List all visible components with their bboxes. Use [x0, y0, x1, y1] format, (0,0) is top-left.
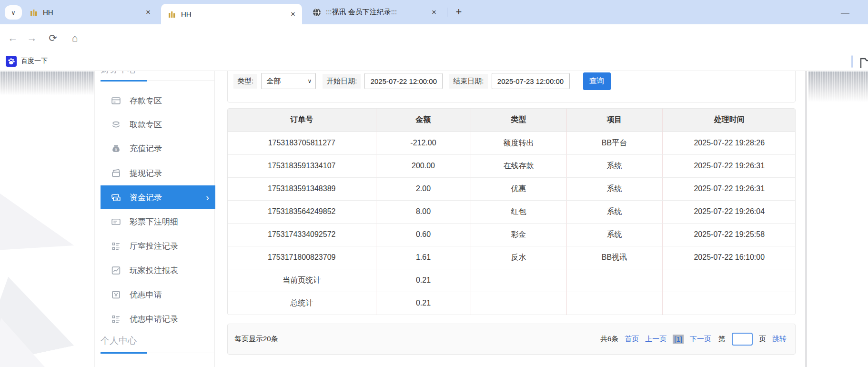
bookmarks-bar-divider	[851, 55, 853, 68]
page-number-input[interactable]	[732, 333, 753, 346]
table-cell: 优惠	[471, 177, 566, 200]
prev-page-link[interactable]: 上一页	[645, 335, 666, 344]
table-cell: 0.21	[376, 292, 471, 315]
promo-ticket-icon	[111, 290, 121, 300]
sidebar-item-label: 厅室投注记录	[130, 241, 178, 252]
table-cell: 2025-07-22 19:28:26	[662, 132, 796, 154]
deposit-card-icon	[111, 96, 121, 106]
jump-link[interactable]: 跳转	[772, 335, 787, 344]
table-row: 1753183705811277 -212.00 额度转出 BB平台 2025-…	[228, 132, 796, 154]
sidebar-item-label: 玩家投注报表	[130, 265, 178, 276]
minimize-button[interactable]: —	[840, 8, 850, 17]
bookmarks-bar: 百度一下	[0, 51, 868, 71]
table-cell: 当前页统计	[228, 269, 376, 292]
table-cell: 2025-07-22 19:26:04	[662, 200, 796, 223]
reload-icon: ⟳	[49, 32, 57, 44]
tab-search-chevron-icon: ∨	[11, 9, 16, 16]
tab-hh-1[interactable]: HH ×	[23, 0, 157, 24]
sidebar-item-label: 优惠申请	[130, 289, 162, 300]
sidebar-section-personal: 个人中心	[101, 335, 137, 347]
current-page: [1]	[673, 335, 684, 344]
jump-suffix-label: 页	[759, 335, 766, 344]
content-right-scrollbar[interactable]	[805, 71, 807, 367]
table-cell	[566, 269, 662, 292]
tab-title: HH	[181, 10, 285, 18]
back-button[interactable]: ←	[6, 31, 20, 45]
jump-prefix-label: 第	[718, 335, 726, 344]
sidebar-item-player-bet-report[interactable]: 玩家投注报表	[101, 258, 215, 282]
section-underline	[147, 81, 214, 81]
table-cell: 系统	[566, 223, 662, 246]
query-button[interactable]: 查询	[583, 72, 611, 90]
table-cell: 在线存款	[471, 154, 566, 177]
table-cell: 反水	[471, 246, 566, 269]
table-cell: 1753183705811277	[228, 132, 376, 154]
partial-folder-icon[interactable]	[859, 56, 868, 68]
bookmark-label: 百度一下	[21, 57, 48, 65]
records-table: 订单号 金额 类型 项目 处理时间 1753183705811277 -212.…	[228, 109, 796, 315]
tab-close-icon[interactable]: ×	[291, 10, 295, 19]
type-label: 类型:	[233, 74, 257, 89]
pagination-controls: 共6条 首页 上一页 [1] 下一页 第 页 跳转	[600, 333, 787, 346]
forward-button[interactable]: →	[25, 31, 39, 45]
gold-bars-favicon	[168, 10, 176, 19]
table-cell: 系统	[566, 177, 662, 200]
sidebar-item-promo-apply-record[interactable]: 优惠申请记录	[101, 307, 215, 331]
page-content: 财务中心 存款专区 取款专区 ¥ 充值记录	[0, 71, 868, 367]
column-header: 订单号	[228, 109, 376, 132]
chart-report-icon	[111, 265, 121, 275]
sidebar-item-label: 取款专区	[130, 119, 162, 130]
table-cell: 1753171800823709	[228, 246, 376, 269]
table-cell: 200.00	[376, 154, 471, 177]
browser-toolbar: ← → ⟳ ⌂ mgm1065.com/hhcp/usercenter.html…	[0, 24, 868, 51]
end-date-input[interactable]	[492, 73, 570, 89]
pagination-bar: 每页显示20条 共6条 首页 上一页 [1] 下一页 第 页 跳转	[227, 324, 796, 355]
sidebar-item-deposit[interactable]: 存款专区	[101, 89, 215, 112]
sidebar-item-hall-bet-record[interactable]: 厅室投注记录	[101, 234, 215, 258]
sidebar-item-withdraw[interactable]: 取款专区	[101, 112, 215, 136]
sidebar-item-label: 充值记录	[130, 143, 162, 154]
section-underline-accent	[101, 80, 147, 82]
checklist-icon	[111, 241, 121, 251]
table-cell: 2.00	[376, 177, 471, 200]
total-count: 共6条	[600, 335, 618, 344]
tab-hh-2-active[interactable]: HH ×	[161, 4, 302, 24]
sidebar-item-lottery-bet-detail[interactable]: 彩票下注明细	[101, 210, 215, 234]
sidebar-item-promo-apply[interactable]: 优惠申请	[101, 283, 215, 306]
page-size-text: 每页显示20条	[234, 335, 278, 344]
filter-row: 类型: 全部 ∨ 开始日期: 结束日期: 查询	[233, 72, 611, 90]
back-arrow-icon: ←	[8, 32, 18, 44]
tab-title: HH	[43, 8, 140, 16]
table-cell: 1753183564249852	[228, 200, 376, 223]
watermark-triangle	[0, 187, 83, 275]
filter-card: 类型: 全部 ∨ 开始日期: 结束日期: 查询	[227, 71, 796, 102]
table-cell: BB视讯	[566, 246, 662, 269]
table-cell: 2025-07-22 16:10:00	[662, 246, 796, 269]
sidebar-item-recharge-record[interactable]: ¥ 充值记录	[101, 136, 215, 160]
end-date-label: 结束日期:	[449, 74, 487, 89]
table-cell	[662, 269, 796, 292]
type-select[interactable]: 全部 ∨	[261, 73, 316, 89]
reload-button[interactable]: ⟳	[46, 31, 60, 45]
table-cell: 1753174334092572	[228, 223, 376, 246]
next-page-link[interactable]: 下一页	[690, 335, 711, 344]
table-row: 1753183564249852 8.00 红包 系统 2025-07-22 1…	[228, 200, 796, 223]
table-row: 1753174334092572 0.60 彩金 系统 2025-07-22 1…	[228, 223, 796, 246]
table-cell: 0.60	[376, 223, 471, 246]
globe-favicon	[313, 8, 321, 17]
table-cell: BB平台	[566, 132, 662, 154]
sidebar-item-withdraw-record[interactable]: 提现记录	[101, 161, 215, 185]
baidu-paw-favicon	[6, 56, 17, 67]
start-date-input[interactable]	[364, 73, 443, 89]
home-button[interactable]: ⌂	[68, 31, 82, 45]
table-cell: 2025-07-22 19:26:31	[662, 154, 796, 177]
first-page-link[interactable]: 首页	[625, 335, 639, 344]
tab-video-records[interactable]: :::视讯 会员下注纪录::: ×	[306, 0, 443, 24]
new-tab-button[interactable]: +	[451, 4, 467, 20]
sidebar-item-funds-record[interactable]: 资金记录 ›	[101, 185, 215, 209]
tab-close-icon[interactable]: ×	[146, 8, 151, 17]
tab-close-icon[interactable]: ×	[432, 8, 436, 17]
background-texture-left	[0, 71, 94, 95]
baidu-bookmark[interactable]: 百度一下	[6, 55, 48, 67]
tab-search-button[interactable]: ∨	[5, 5, 22, 20]
